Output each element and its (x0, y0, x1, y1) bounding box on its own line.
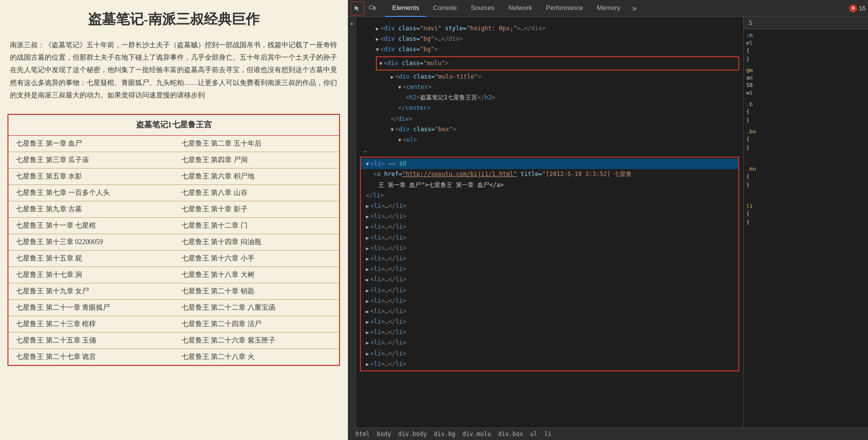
chapter-cell[interactable]: 七星鲁王 第二十五章 玉俑 (8, 332, 174, 349)
tree-line-center-open[interactable]: ▼<center> (356, 82, 743, 92)
chapter-cell[interactable]: 七星鲁王 第八章 山谷 (174, 184, 340, 201)
expand-icon: ▼ (379, 61, 382, 66)
breadcrumb-divbody[interactable]: div.body (396, 430, 430, 439)
tree-line-li-6[interactable]: ▶<li>…</li> (361, 243, 738, 254)
style-rule-1: :h el { } (746, 32, 866, 63)
tree-line-li-9[interactable]: ▶<li>…</li> (361, 274, 738, 285)
error-count: 16 (859, 5, 866, 12)
chapter-cell[interactable]: 七星鲁王 第五章 水影 (8, 168, 174, 184)
collapse-icon: ▶ (391, 74, 394, 80)
tree-line-li-13[interactable]: ▶<li>…</li> (361, 317, 738, 327)
tab-console[interactable]: Console (426, 0, 464, 17)
more-tabs-button[interactable]: » (627, 0, 642, 17)
chapter-cell[interactable]: 七星鲁王 第二十一章 青眼狐尸 (8, 299, 174, 316)
devtools-panel: Elements Console Sources Network Perform… (348, 0, 868, 440)
chapter-cell[interactable]: 七星鲁王 第二十四章 活尸 (174, 316, 340, 332)
device-toggle-button[interactable] (365, 1, 379, 15)
chapter-cell[interactable]: 七星鲁王 第十一章 七星棺 (8, 217, 174, 234)
chapter-cell[interactable]: 七星鲁王 第七章 一百多个人头 (8, 184, 174, 201)
tree-line-navi[interactable]: ▶<div class="navi" style="height: 0px;">… (356, 23, 743, 34)
chapter-cell[interactable]: 七星鲁王 第十七章 洞 (8, 266, 174, 283)
tree-line-anchor[interactable]: <a href="http://seputu.com/biji1/1.html"… (361, 169, 738, 179)
table-row: 七星鲁王 第二十三章 棺椁七星鲁王 第二十四章 活尸 (8, 316, 339, 332)
tab-network[interactable]: Network (502, 0, 539, 17)
collapse-icon: ▶ (376, 36, 379, 42)
device-icon (369, 5, 376, 12)
chapter-cell[interactable]: 七星鲁王 第十四章 闷油瓶 (174, 234, 340, 250)
breadcrumb-bar: html body div.body div.bg div.mulu div.b… (348, 428, 868, 440)
breadcrumb-divmulu[interactable]: div.mulu (460, 430, 494, 439)
chapter-cell[interactable]: 七星鲁王 第九章 古墓 (8, 201, 174, 217)
chapter-cell[interactable]: 七星鲁王 第一章 血尸 (8, 136, 174, 152)
html-tree-panel[interactable]: ▶<div class="navi" style="height: 0px;">… (356, 17, 744, 428)
breadcrumb-divbg[interactable]: div.bg (432, 430, 458, 439)
tree-line-li-8[interactable]: ▶<li>…</li> (361, 264, 738, 274)
style-header-label: S (749, 19, 752, 26)
tree-line-li-15[interactable]: ▶<li>…</li> (361, 338, 738, 348)
scroll-up-arrow[interactable]: ▲ (349, 19, 354, 27)
chapter-cell[interactable]: 七星鲁王 第三章 瓜子庙 (8, 152, 174, 168)
tree-line-mulu-title[interactable]: ▶<div class="mulu-title"> (356, 72, 743, 82)
tree-line-dots: … (356, 145, 743, 156)
tree-line-li-selected[interactable]: ▼<li> == $0 (361, 159, 738, 169)
tree-line-bg1[interactable]: ▶<div class="bg">…</div> (356, 34, 743, 44)
tree-line-li-12[interactable]: ▶<li>…</li> (361, 306, 738, 317)
chapter-cell[interactable]: 七星鲁王 第二十章 钥匙 (174, 283, 340, 299)
devtools-content: ▲ ▶<div class="navi" style="height: 0px;… (348, 17, 868, 428)
chapter-cell[interactable]: 七星鲁王 第二章 五十年后 (174, 136, 340, 152)
chapter-table: 七星鲁王 第一章 血尸七星鲁王 第二章 五十年后七星鲁王 第三章 瓜子庙七星鲁王… (8, 136, 339, 365)
chapter-cell[interactable]: 七星鲁王 第二十三章 棺椁 (8, 316, 174, 332)
tab-memory[interactable]: Memory (590, 0, 627, 17)
chapter-cell[interactable]: 七星鲁王 第六章 积尸地 (174, 168, 340, 184)
chapter-cell[interactable]: 七星鲁王 第十章 影子 (174, 201, 340, 217)
style-rule-2: @m an 58 wi (746, 67, 866, 96)
chapter-cell[interactable]: 七星鲁王 第二十二章 八重宝函 (174, 299, 340, 316)
tree-line-li-2[interactable]: ▶<li>…</li> (361, 201, 738, 211)
style-rule-4: .bo { } (746, 128, 866, 151)
chapter-cell[interactable]: 七星鲁王 第十二章 门 (174, 217, 340, 234)
chapter-cell[interactable]: 七星鲁王 第二十八章 火 (174, 349, 340, 365)
tree-line-center-close[interactable]: </center> (356, 103, 743, 113)
expand-icon: ▼ (376, 47, 379, 52)
chapter-cell[interactable]: 七星鲁王 第十九章 女尸 (8, 283, 174, 299)
chapter-cell[interactable]: 七星鲁王 第十三章 02200059 (8, 234, 174, 250)
chapter-cell[interactable]: 七星鲁王 第十五章 屁 (8, 250, 174, 266)
chapter-cell[interactable]: 七星鲁王 第十八章 大树 (174, 266, 340, 283)
tab-elements[interactable]: Elements (385, 0, 426, 17)
table-title: 盗墓笔记1七星鲁王宫 (8, 115, 339, 136)
chapter-cell[interactable]: 七星鲁王 第二十七章 诡言 (8, 349, 174, 365)
expand-icon: ▼ (366, 161, 369, 167)
content-table-wrapper: 盗墓笔记1七星鲁王宫 七星鲁王 第一章 血尸七星鲁王 第二章 五十年后七星鲁王 … (7, 114, 340, 366)
tree-line-li-5[interactable]: ▶<li>…</li> (361, 233, 738, 243)
table-row: 七星鲁王 第十三章 02200059七星鲁王 第十四章 闷油瓶 (8, 234, 339, 250)
tree-line-li-16[interactable]: ▶<li>…</li> (361, 349, 738, 359)
tree-line-h2[interactable]: <h2>盗墓笔记1七星鲁王宫</h2> (356, 92, 743, 103)
chapter-cell[interactable]: 七星鲁王 第十六章 小手 (174, 250, 340, 266)
inspect-element-button[interactable] (350, 1, 364, 15)
chapter-cell[interactable]: 七星鲁王 第四章 尸洞 (174, 152, 340, 168)
tree-line-div-close[interactable]: </div> (356, 114, 743, 124)
breadcrumb-ul[interactable]: ul (527, 430, 539, 439)
tab-sources[interactable]: Sources (464, 0, 502, 17)
tree-line-ul[interactable]: ▼<ul> (356, 135, 743, 145)
style-rule-3: .b { } (746, 100, 866, 124)
tree-line-mulu[interactable]: ▼<div class="mulu"> (377, 58, 738, 69)
table-row: 七星鲁王 第十一章 七星棺七星鲁王 第十二章 门 (8, 217, 339, 234)
style-panel: S :h el { } @m an 58 wi .b { (744, 17, 868, 428)
tree-line-li-3[interactable]: ▶<li>…</li> (361, 211, 738, 222)
tree-line-bg2[interactable]: ▼<div class="bg"> (356, 44, 743, 55)
tree-line-li-11[interactable]: ▶<li>…</li> (361, 296, 738, 306)
tree-line-li-17[interactable]: ▶<li>…</li> (361, 359, 738, 369)
tab-performance[interactable]: Performance (539, 0, 590, 17)
tree-line-li-close[interactable]: </li> (361, 190, 738, 201)
tree-line-li-7[interactable]: ▶<li>…</li> (361, 254, 738, 264)
breadcrumb-divbox[interactable]: div.box (496, 430, 526, 439)
breadcrumb-body[interactable]: body (374, 430, 394, 439)
breadcrumb-li[interactable]: li (542, 430, 554, 439)
tree-line-li-14[interactable]: ▶<li>…</li> (361, 327, 738, 338)
chapter-cell[interactable]: 七星鲁王 第二十六章 紫玉匣子 (174, 332, 340, 349)
tree-line-box[interactable]: ▼<div class="box"> (356, 124, 743, 135)
tree-line-li-4[interactable]: ▶<li>…</li> (361, 222, 738, 232)
breadcrumb-html[interactable]: html (353, 430, 372, 439)
tree-line-li-10[interactable]: ▶<li>…</li> (361, 285, 738, 296)
